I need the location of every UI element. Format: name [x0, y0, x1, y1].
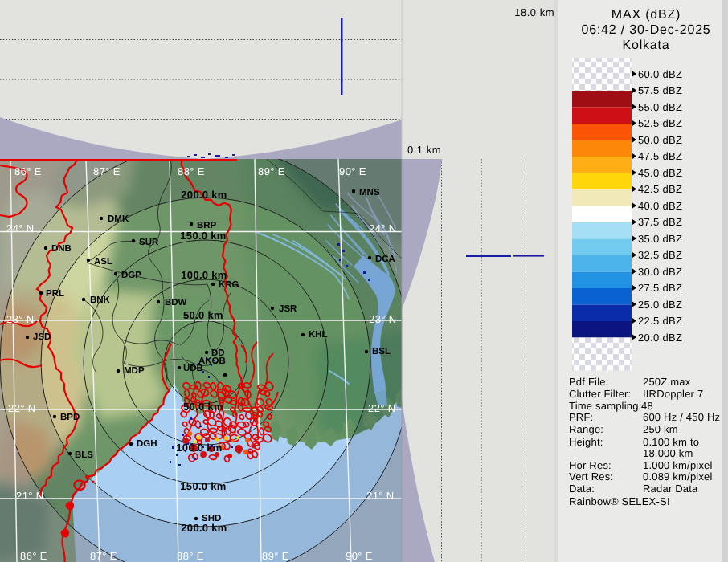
svg-text:87° E: 87° E: [93, 165, 121, 177]
svg-text:20.0 dBZ: 20.0 dBZ: [638, 332, 682, 344]
svg-text:45.0 dBZ: 45.0 dBZ: [638, 167, 682, 179]
svg-text:DGH: DGH: [137, 439, 157, 449]
svg-text:24° N: 24° N: [6, 222, 35, 234]
svg-text:SUR: SUR: [139, 238, 159, 247]
svg-text:30.0 dBZ: 30.0 dBZ: [638, 266, 682, 278]
svg-text:BLS: BLS: [75, 450, 93, 460]
svg-text:48: 48: [641, 400, 653, 412]
svg-text:250 km: 250 km: [643, 423, 678, 435]
svg-text:100.0 km: 100.0 km: [181, 269, 227, 281]
svg-text:23° N: 23° N: [369, 313, 397, 325]
svg-text:0.089 km/pixel: 0.089 km/pixel: [643, 470, 713, 483]
svg-text:25.0 dBZ: 25.0 dBZ: [638, 299, 682, 311]
svg-text:MNS: MNS: [359, 188, 380, 198]
svg-text:100.0 km: 100.0 km: [176, 442, 222, 454]
svg-text:18.0 km: 18.0 km: [514, 6, 554, 18]
svg-text:89° E: 89° E: [258, 165, 285, 177]
svg-text:MDP: MDP: [124, 366, 145, 376]
svg-text:DCA: DCA: [375, 255, 395, 264]
svg-text:Radar Data: Radar Data: [643, 483, 698, 495]
svg-text:90° E: 90° E: [346, 550, 373, 562]
svg-text:150.0 km: 150.0 km: [180, 480, 226, 492]
svg-text:55.0 dBZ: 55.0 dBZ: [638, 101, 682, 113]
svg-text:SHD: SHD: [202, 514, 221, 523]
svg-text:Height:: Height:: [569, 436, 603, 448]
svg-text:BDW: BDW: [165, 298, 187, 307]
svg-text:Clutter Filter:: Clutter Filter:: [569, 388, 631, 400]
svg-text:BSL: BSL: [372, 347, 391, 356]
svg-text:42.5 dBZ: 42.5 dBZ: [638, 183, 682, 195]
svg-text:89° E: 89° E: [262, 550, 289, 562]
svg-text:32.5 dBZ: 32.5 dBZ: [638, 249, 682, 261]
svg-text:Rainbow® SELEX-SI: Rainbow® SELEX-SI: [569, 495, 670, 507]
svg-text:35.0 dBZ: 35.0 dBZ: [638, 233, 682, 245]
svg-text:24° N: 24° N: [369, 222, 397, 234]
svg-text:87° E: 87° E: [90, 550, 117, 562]
svg-text:06:42 / 30-Dec-2025: 06:42 / 30-Dec-2025: [581, 23, 710, 37]
svg-text:ASL: ASL: [94, 257, 112, 267]
svg-text:Data:: Data:: [569, 483, 595, 495]
svg-text:40.0 dBZ: 40.0 dBZ: [638, 200, 682, 212]
svg-text:150.0 km: 150.0 km: [180, 230, 226, 242]
svg-text:BPD: BPD: [60, 413, 80, 422]
svg-text:UDB: UDB: [183, 364, 203, 373]
svg-text:50.0 dBZ: 50.0 dBZ: [638, 134, 682, 146]
svg-text:86° E: 86° E: [20, 550, 47, 562]
svg-text:21° N: 21° N: [16, 490, 44, 502]
svg-text:DNB: DNB: [51, 244, 72, 254]
svg-text:0.1 km: 0.1 km: [407, 144, 441, 156]
svg-text:50.0 km: 50.0 km: [183, 401, 223, 413]
svg-text:57.5 dBZ: 57.5 dBZ: [638, 84, 682, 96]
svg-text:600 Hz / 450 Hz: 600 Hz / 450 Hz: [643, 411, 720, 423]
svg-text:Kolkata: Kolkata: [623, 39, 670, 52]
svg-text:18.000 km: 18.000 km: [643, 447, 693, 459]
svg-text:200.0 km: 200.0 km: [181, 522, 227, 534]
svg-text:1.000 km/pixel: 1.000 km/pixel: [643, 459, 713, 471]
svg-text:250Z.max: 250Z.max: [643, 376, 691, 388]
svg-text:Time sampling:: Time sampling:: [569, 400, 641, 412]
svg-text:21° N: 21° N: [366, 490, 395, 502]
svg-text:PRF:: PRF:: [569, 411, 593, 423]
svg-text:50.0 km: 50.0 km: [183, 309, 223, 321]
svg-text:Range:: Range:: [569, 423, 603, 435]
svg-text:KHL: KHL: [309, 330, 328, 340]
svg-text:DMK: DMK: [108, 214, 129, 224]
svg-text:DGP: DGP: [121, 271, 141, 280]
svg-text:88° E: 88° E: [178, 165, 205, 177]
svg-text:BNK: BNK: [90, 295, 111, 305]
svg-text:86° E: 86° E: [14, 165, 42, 177]
svg-text:JSR: JSR: [279, 304, 297, 314]
svg-text:BRP: BRP: [197, 221, 217, 230]
svg-text:KRG: KRG: [219, 280, 239, 290]
svg-text:PRL: PRL: [46, 289, 64, 299]
svg-text:JSD: JSD: [33, 332, 51, 342]
svg-text:23° N: 23° N: [6, 313, 35, 325]
svg-text:200.0 km: 200.0 km: [181, 189, 227, 201]
svg-text:Vert Res:: Vert Res:: [569, 470, 613, 483]
svg-text:22° N: 22° N: [368, 402, 396, 414]
svg-text:MAX (dBZ): MAX (dBZ): [611, 8, 681, 22]
svg-text:27.5 dBZ: 27.5 dBZ: [638, 282, 682, 294]
svg-text:60.0 dBZ: 60.0 dBZ: [638, 68, 682, 80]
svg-text:52.5 dBZ: 52.5 dBZ: [638, 117, 682, 129]
svg-text:90° E: 90° E: [339, 165, 366, 177]
svg-text:0.100 km to: 0.100 km to: [643, 436, 699, 448]
svg-text:22° N: 22° N: [8, 402, 36, 414]
svg-text:Pdf File:: Pdf File:: [569, 376, 608, 388]
svg-text:37.5 dBZ: 37.5 dBZ: [638, 216, 682, 228]
svg-text:IIRDoppler 7: IIRDoppler 7: [643, 388, 703, 400]
svg-text:Hor Res:: Hor Res:: [569, 459, 611, 471]
svg-text:88° E: 88° E: [177, 550, 204, 562]
svg-text:22.5 dBZ: 22.5 dBZ: [638, 315, 682, 327]
svg-text:47.5 dBZ: 47.5 dBZ: [638, 150, 682, 162]
